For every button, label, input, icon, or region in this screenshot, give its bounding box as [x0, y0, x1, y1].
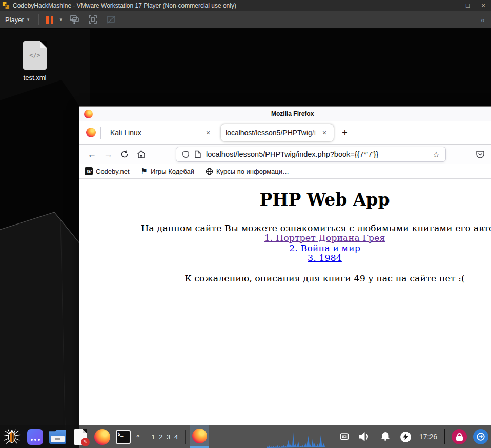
close-tab-icon[interactable]: ×	[203, 129, 213, 137]
logout-button[interactable]	[473, 429, 488, 444]
reload-icon	[120, 150, 129, 159]
tray-divider	[444, 429, 445, 444]
book-link-3[interactable]: 3. 1984	[308, 253, 342, 263]
firefox-icon	[94, 429, 110, 445]
firefox-logo-icon	[84, 110, 93, 118]
caret-down-icon: ▾	[27, 17, 30, 22]
unity-mode-button	[106, 14, 117, 25]
xml-file-icon: </>	[23, 41, 47, 70]
url-text[interactable]: localhost/lesson5/PHPTwig/index.php?book…	[206, 150, 433, 158]
vmware-maximize-button[interactable]: □	[460, 0, 476, 11]
terminal-icon: $_	[116, 430, 131, 444]
workspace-switcher[interactable]: 1 2 3 4	[151, 433, 179, 441]
fullscreen-icon	[87, 14, 98, 25]
home-button[interactable]	[133, 150, 149, 159]
firefox-launcher[interactable]	[91, 425, 113, 448]
unity-mode-icon	[106, 14, 117, 25]
firefox-view-icon[interactable]	[86, 128, 96, 137]
home-icon	[136, 150, 146, 159]
network-ethernet-icon[interactable]	[340, 433, 349, 441]
kali-desktop: </> test.xml Mozilla Firefox Kali Linux …	[0, 29, 491, 448]
firefox-window-title: Mozilla Firefox	[271, 110, 314, 117]
new-tab-button[interactable]: +	[342, 128, 348, 138]
url-bar[interactable]: localhost/lesson5/PHPTwig/index.php?book…	[176, 147, 446, 162]
firefox-tab-bar: Kali Linux × localhost/lesson5/PHPTwig/i…	[79, 121, 491, 145]
kali-taskbar: ✎ $_ ^ 1 2 3 4 17:26	[0, 425, 491, 448]
app-grid-icon	[27, 429, 43, 445]
fullscreen-button[interactable]	[87, 14, 98, 25]
firefox-icon	[192, 429, 207, 443]
flag-icon: ⚑	[141, 167, 148, 176]
player-menu[interactable]: Player ▾	[0, 11, 34, 28]
player-menu-label: Player	[5, 16, 24, 24]
tab-label: Kali Linux	[110, 129, 203, 137]
app-grid-launcher[interactable]	[24, 425, 46, 448]
shield-permissions-icon[interactable]	[182, 150, 190, 159]
book-links: 1. Портрет Дориана Грея 2. Война и мир 3…	[79, 233, 491, 263]
page-info-icon[interactable]	[194, 150, 201, 158]
clock[interactable]: 17:26	[419, 433, 437, 441]
kali-dragon-icon	[2, 427, 22, 446]
chevron-up-icon[interactable]: ^	[133, 434, 142, 440]
firefox-titlebar: Mozilla Firefox	[79, 107, 491, 121]
power-options-caret[interactable]: ▾	[56, 11, 65, 28]
suspend-vm-button[interactable]	[43, 11, 56, 28]
firefox-task-button[interactable]	[190, 425, 209, 448]
bookmark-label: Игры Кодебай	[151, 168, 194, 175]
bookmark-label: Курсы по информаци…	[216, 168, 289, 175]
desktop-file-testxml[interactable]: </> test.xml	[12, 41, 57, 82]
vmware-close-button[interactable]: ×	[476, 0, 491, 11]
intro-text: На данном сайте Вы можете ознакомиться с…	[79, 223, 491, 233]
toolbar-divider	[38, 14, 39, 25]
desktop-file-label: test.xml	[12, 74, 57, 82]
bookmark-star-icon[interactable]: ☆	[433, 150, 440, 159]
vmware-minimize-button[interactable]: –	[445, 0, 460, 11]
folder-icon	[49, 430, 66, 444]
pause-icon	[46, 16, 49, 24]
vmware-window-title: CodebyHackMashine - VMware Workstation 1…	[13, 2, 445, 9]
book-link-2[interactable]: 2. Война и мир	[289, 243, 360, 254]
power-manager-icon[interactable]	[400, 432, 411, 442]
pocket-icon	[476, 150, 485, 159]
close-tab-icon[interactable]: ×	[320, 129, 329, 137]
desktop-wallpaper	[0, 29, 90, 448]
notifications-bell-icon[interactable]	[380, 431, 391, 442]
bookmark-kursy[interactable]: Курсы по информаци…	[206, 168, 289, 175]
logout-icon	[476, 432, 485, 441]
bookmark-codeby[interactable]: w Codeby.net	[85, 167, 130, 175]
lock-icon	[457, 433, 462, 436]
not-found-message: К сожалению, описания для книги 49 у нас…	[79, 273, 491, 283]
lock-screen-button[interactable]	[452, 429, 467, 444]
firefox-navigation-bar: ← →	[79, 145, 491, 164]
codeby-favicon: w	[85, 167, 93, 175]
taskbar-divider	[185, 430, 186, 444]
applications-menu-button[interactable]	[0, 425, 24, 448]
pause-icon	[51, 16, 53, 24]
bookmarks-toolbar: w Codeby.net ⚑ Игры Кодебай Курсы по инф…	[79, 164, 491, 179]
page-title: PHP Web App	[79, 190, 491, 210]
save-to-pocket-button[interactable]	[476, 150, 485, 159]
vmware-player-icon	[2, 2, 10, 9]
tab-kali-linux[interactable]: Kali Linux ×	[104, 121, 219, 144]
book-link-1[interactable]: 1. Портрет Дориана Грея	[264, 233, 385, 243]
back-button[interactable]: ←	[84, 150, 100, 159]
bookmark-label: Codeby.net	[96, 168, 130, 175]
collapse-toolbar-chevron[interactable]: «	[481, 15, 485, 24]
tab-localhost-active[interactable]: localhost/lesson5/PHPTwig/i ×	[221, 124, 334, 141]
file-manager-launcher[interactable]	[46, 425, 69, 448]
tab-label: localhost/lesson5/PHPTwig/i	[226, 129, 320, 137]
firefox-window: Mozilla Firefox Kali Linux × localhost/l…	[79, 107, 491, 448]
forward-button: →	[100, 150, 116, 159]
bookmark-igry-kodebay[interactable]: ⚑ Игры Кодебай	[141, 167, 195, 176]
send-ctrl-alt-del-icon	[69, 14, 80, 25]
code-glyph: </>	[29, 52, 40, 59]
send-ctrl-alt-del-button[interactable]	[69, 14, 80, 25]
text-editor-launcher[interactable]: ✎	[69, 425, 91, 448]
text-editor-icon: ✎	[74, 429, 87, 445]
pencil-badge-icon: ✎	[81, 438, 90, 446]
volume-icon[interactable]	[358, 431, 371, 442]
terminal-launcher[interactable]: $_	[113, 425, 133, 448]
system-tray	[340, 431, 411, 442]
reload-button[interactable]	[116, 150, 133, 159]
network-monitor-graph	[267, 427, 333, 448]
